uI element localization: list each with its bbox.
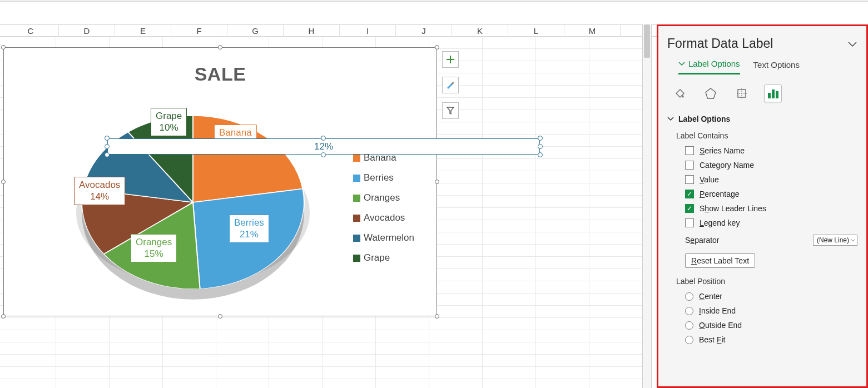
- grid-cell[interactable]: [589, 306, 643, 317]
- grid-cell[interactable]: [483, 98, 536, 110]
- grid-cell[interactable]: [589, 355, 643, 366]
- data-label-avocados[interactable]: Avocados 14%: [74, 177, 125, 205]
- grid-cell[interactable]: [323, 379, 376, 388]
- grid-cell[interactable]: [589, 232, 643, 244]
- col-header[interactable]: K: [452, 25, 508, 37]
- grid-cell[interactable]: [536, 220, 589, 232]
- grid-cell[interactable]: [429, 208, 483, 220]
- grid-cell[interactable]: [216, 342, 270, 354]
- grid-cell[interactable]: [269, 318, 323, 330]
- grid-row[interactable]: [0, 318, 643, 330]
- grid-cell[interactable]: [483, 379, 536, 388]
- selection-handle[interactable]: [321, 136, 326, 141]
- label-options-category[interactable]: [764, 84, 782, 102]
- grid-cell[interactable]: [323, 367, 376, 379]
- resize-handle[interactable]: [218, 314, 222, 319]
- grid-cell[interactable]: [589, 86, 643, 97]
- col-header[interactable]: G: [227, 25, 284, 37]
- grid-cell[interactable]: [269, 37, 323, 48]
- scrollbar-thumb[interactable]: [644, 24, 650, 58]
- grid-cell[interactable]: [589, 196, 643, 207]
- chart-title[interactable]: SALE: [4, 63, 437, 85]
- grid-cell[interactable]: [110, 355, 163, 366]
- grid-cell[interactable]: [483, 355, 536, 366]
- grid-cell[interactable]: [56, 342, 110, 354]
- grid-cell[interactable]: [589, 98, 643, 110]
- grid-cell[interactable]: [536, 171, 589, 183]
- grid-cell[interactable]: [483, 294, 536, 305]
- grid-cell[interactable]: [536, 330, 589, 342]
- grid-cell[interactable]: [536, 281, 589, 293]
- checkbox-show-leader-lines[interactable]: ✓ Show Leader Lines: [667, 201, 857, 216]
- grid-cell[interactable]: [589, 208, 643, 220]
- grid-cell[interactable]: [589, 294, 643, 305]
- grid-cell[interactable]: [3, 355, 56, 366]
- grid-cell[interactable]: [323, 37, 376, 48]
- grid-cell[interactable]: [589, 122, 643, 134]
- grid-cell[interactable]: [483, 37, 536, 48]
- resize-handle[interactable]: [435, 314, 439, 319]
- data-label-oranges[interactable]: Oranges 15%: [131, 234, 177, 262]
- grid-cell[interactable]: [589, 330, 643, 342]
- collapse-pane-button[interactable]: [847, 36, 857, 51]
- grid-cell[interactable]: [163, 379, 216, 388]
- resize-handle[interactable]: [1, 180, 6, 184]
- grid-cell[interactable]: [536, 208, 589, 220]
- grid-cell[interactable]: [56, 367, 110, 379]
- grid-cell[interactable]: [536, 61, 589, 73]
- grid-cell[interactable]: [429, 122, 483, 134]
- grid-cell[interactable]: [536, 232, 589, 244]
- grid-cell[interactable]: [110, 330, 163, 342]
- grid-cell[interactable]: [536, 183, 589, 195]
- grid-cell[interactable]: [589, 159, 643, 171]
- grid-cell[interactable]: [429, 220, 483, 232]
- resize-handle[interactable]: [1, 45, 6, 49]
- grid-cell[interactable]: [483, 196, 536, 207]
- grid-cell[interactable]: [3, 367, 56, 379]
- grid-cell[interactable]: [429, 294, 483, 305]
- grid-cell[interactable]: [483, 318, 536, 330]
- grid-cell[interactable]: [536, 294, 589, 305]
- legend-item[interactable]: Avocados: [353, 208, 414, 228]
- tab-text-options[interactable]: Text Options: [753, 59, 800, 74]
- radio-inside-end[interactable]: Inside End: [667, 304, 857, 318]
- grid-cell[interactable]: [589, 49, 643, 61]
- col-header[interactable]: I: [340, 25, 396, 37]
- grid-cell[interactable]: [3, 379, 56, 388]
- chart-elements-button[interactable]: [442, 51, 459, 68]
- chart-object[interactable]: SALE: [3, 47, 437, 316]
- grid-cell[interactable]: [589, 318, 643, 330]
- grid-cell[interactable]: [429, 183, 483, 195]
- grid-cell[interactable]: [483, 73, 536, 85]
- grid-cell[interactable]: [536, 147, 589, 158]
- grid-cell[interactable]: [536, 159, 589, 171]
- col-header[interactable]: C: [3, 25, 59, 37]
- grid-cell[interactable]: [216, 330, 270, 342]
- radio-best-fit[interactable]: Best Fit: [667, 332, 857, 347]
- selection-handle[interactable]: [538, 136, 543, 141]
- grid-cell[interactable]: [483, 245, 536, 256]
- resize-handle[interactable]: [1, 314, 6, 319]
- grid-cell[interactable]: [483, 330, 536, 342]
- grid-cell[interactable]: [589, 245, 643, 256]
- grid-cell[interactable]: [376, 318, 429, 330]
- grid-cell[interactable]: [376, 330, 429, 342]
- grid-cell[interactable]: [216, 379, 270, 388]
- grid-cell[interactable]: [163, 342, 216, 354]
- grid-cell[interactable]: [589, 281, 643, 293]
- tab-label-options[interactable]: Label Options: [678, 59, 740, 74]
- grid-cell[interactable]: [483, 367, 536, 379]
- grid-cell[interactable]: [536, 245, 589, 256]
- legend-item[interactable]: Oranges: [353, 188, 414, 208]
- grid-cell[interactable]: [110, 342, 163, 354]
- col-header[interactable]: L: [508, 25, 564, 37]
- col-header[interactable]: H: [284, 25, 340, 37]
- grid-cell[interactable]: [536, 367, 589, 379]
- selection-handle[interactable]: [538, 144, 543, 149]
- grid-cell[interactable]: [3, 342, 56, 354]
- grid-cell[interactable]: [269, 342, 323, 354]
- grid-cell[interactable]: [269, 367, 323, 379]
- grid-cell[interactable]: [429, 330, 483, 342]
- grid-cell[interactable]: [429, 159, 483, 171]
- legend-item[interactable]: Berries: [353, 168, 414, 188]
